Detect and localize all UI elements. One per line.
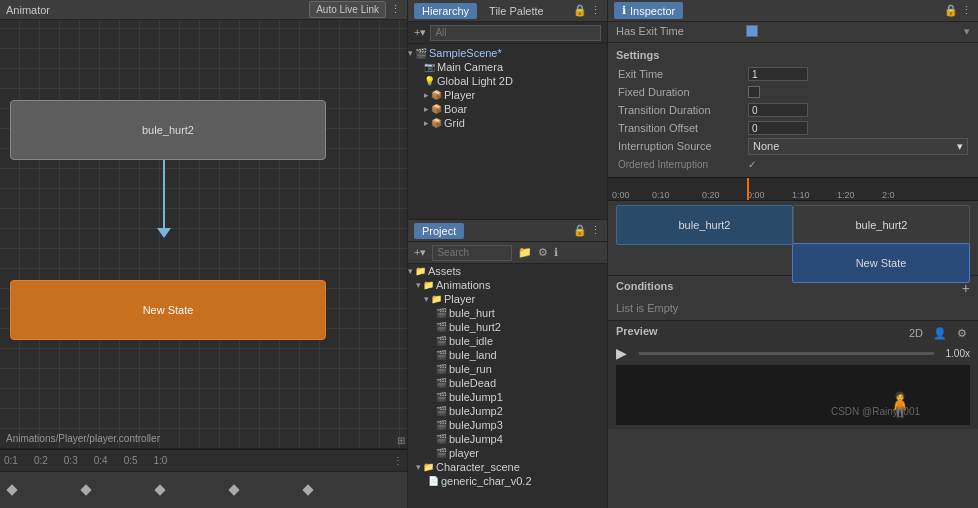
player-item[interactable]: 🎬 player (408, 446, 607, 460)
bule-land-item[interactable]: 🎬 bule_land (408, 348, 607, 362)
anim-block-bule-hurt2-right[interactable]: bule_hurt2 (793, 205, 970, 245)
preview-canvas: 🧍 CSDN @Rainy_001 (616, 365, 970, 425)
bule-jump1-label: buleJump1 (449, 391, 503, 403)
inspector-tab[interactable]: ℹ Inspector (614, 2, 683, 19)
player-folder-label: Player (444, 293, 475, 305)
animations-folder[interactable]: ▾ 📁 Animations (408, 278, 607, 292)
transition-duration-input[interactable] (748, 103, 808, 117)
assets-folder[interactable]: ▾ 📁 Assets (408, 264, 607, 278)
diamond-3[interactable] (228, 484, 239, 495)
character-scene-label: Character_scene (436, 461, 520, 473)
diamond-2[interactable] (154, 484, 165, 495)
hierarchy-main-camera[interactable]: 📷 Main Camera (408, 60, 607, 74)
character-scene-folder[interactable]: ▾ 📁 Character_scene (408, 460, 607, 474)
preview-settings-button[interactable]: ⚙ (954, 326, 970, 341)
transition-duration-label: Transition Duration (618, 104, 748, 116)
timeline-more-icon[interactable]: ⋮ (393, 455, 403, 466)
fixed-duration-checkbox[interactable] (748, 86, 760, 98)
resize-icon[interactable]: ⊞ (397, 435, 405, 446)
preview-section: Preview 2D 👤 ⚙ ▶ 1.00x 🧍 CSDN @Rainy_001 (608, 320, 978, 429)
new-state-anim-block[interactable]: New State (792, 243, 970, 283)
conditions-empty-label: List is Empty (616, 300, 970, 316)
lock-icon-i: 🔒 (944, 4, 958, 17)
scene-root-item[interactable]: ▾ 🎬 SampleScene* (408, 46, 607, 60)
diamond-1[interactable] (80, 484, 91, 495)
tick-4: 0:5 (124, 455, 138, 466)
bule-hurt-item[interactable]: 🎬 bule_hurt (408, 306, 607, 320)
play-button[interactable]: ▶ (616, 345, 627, 361)
hierarchy-boar[interactable]: ▸ 📦 Boar (408, 102, 607, 116)
hierarchy-search-input[interactable] (430, 25, 601, 41)
animator-header: Animator Auto Live Link ⋮ (0, 0, 407, 20)
hierarchy-player[interactable]: ▸ 📦 Player (408, 88, 607, 102)
state-new-state-label: New State (143, 304, 194, 316)
preview-progress-bar[interactable] (639, 352, 934, 355)
tick-020: 0:20 (702, 190, 720, 200)
project-tab[interactable]: Project (414, 223, 464, 239)
hierarchy-global-light[interactable]: 💡 Global Light 2D (408, 74, 607, 88)
hierarchy-grid[interactable]: ▸ 📦 Grid (408, 116, 607, 130)
interruption-source-label: Interruption Source (618, 140, 748, 152)
auto-live-link-button[interactable]: Auto Live Link (309, 1, 386, 18)
interruption-source-dropdown[interactable]: None ▾ (748, 138, 968, 155)
fixed-duration-label: Fixed Duration (618, 86, 748, 98)
transition-offset-label: Transition Offset (618, 122, 748, 134)
animation-blocks-row: bule_hurt2 bule_hurt2 (616, 205, 970, 241)
bule-hurt-label: bule_hurt (449, 307, 495, 319)
bule-hurt2-item[interactable]: 🎬 bule_hurt2 (408, 320, 607, 334)
inspector-panel: ℹ Inspector 🔒 ⋮ Has Exit Time ▾ Settings (608, 0, 978, 508)
has-exit-time-checkbox[interactable] (746, 25, 758, 37)
bule-idle-item[interactable]: 🎬 bule_idle (408, 334, 607, 348)
add-condition-icon[interactable]: + (962, 280, 970, 296)
preview-person-button[interactable]: 👤 (930, 326, 950, 341)
animator-asset-path: Animations/Player/player.controller (6, 433, 160, 444)
state-new-state[interactable]: New State (10, 280, 326, 340)
plus-icon-h[interactable]: +▾ (414, 26, 426, 39)
project-search-input[interactable] (432, 245, 512, 261)
anim-block-bule-hurt2-left[interactable]: bule_hurt2 (616, 205, 793, 245)
connector-line (163, 160, 165, 230)
diamond-4[interactable] (302, 484, 313, 495)
player-folder[interactable]: ▾ 📁 Player (408, 292, 607, 306)
bule-jump3-item[interactable]: 🎬 buleJump3 (408, 418, 607, 432)
diamond-0[interactable] (6, 484, 17, 495)
generic-char-item[interactable]: 📄 generic_char_v0.2 (408, 474, 607, 488)
kebab-icon[interactable]: ⋮ (390, 3, 401, 16)
settings-icon-p[interactable]: ⚙ (538, 246, 548, 259)
animator-panel: Animator Auto Live Link ⋮ bule_hurt2 New… (0, 0, 408, 508)
assets-label: Assets (428, 265, 461, 277)
info-icon-p[interactable]: ℹ (554, 246, 558, 259)
kebab-icon-p[interactable]: ⋮ (590, 224, 601, 237)
kebab-icon-h[interactable]: ⋮ (590, 4, 601, 17)
state-bule-hurt2[interactable]: bule_hurt2 (10, 100, 326, 160)
has-exit-time-row: Has Exit Time ▾ (608, 22, 978, 40)
transition-offset-input[interactable] (748, 121, 808, 135)
inspector-content: Has Exit Time ▾ Settings Exit Time Fixed… (608, 22, 978, 508)
settings-section: Settings Exit Time Fixed Duration Transi… (608, 45, 978, 177)
tile-palette-tab[interactable]: Tile Palette (481, 3, 552, 19)
bule-jump4-item[interactable]: 🎬 buleJump4 (408, 432, 607, 446)
middle-panel: Hierarchy Tile Palette 🔒 ⋮ +▾ ▾ 🎬 Sample… (408, 0, 608, 508)
bule-jump2-item[interactable]: 🎬 buleJump2 (408, 404, 607, 418)
preview-controls: ▶ 1.00x (616, 345, 970, 361)
dropdown-arrow-exit[interactable]: ▾ (964, 25, 970, 38)
preview-label: Preview (616, 325, 658, 337)
info-icon-i: ℹ (622, 4, 626, 17)
plus-icon-p[interactable]: +▾ (414, 246, 426, 259)
settings-header: Settings (616, 49, 970, 61)
tick-0: 0:1 (4, 455, 18, 466)
tick-010: 0:10 (652, 190, 670, 200)
grid-label: Grid (444, 117, 465, 129)
preview-2d-button[interactable]: 2D (906, 326, 926, 340)
folder-icon-p[interactable]: 📁 (518, 246, 532, 259)
exit-time-input[interactable] (748, 67, 808, 81)
scene-name: SampleScene* (429, 47, 502, 59)
bule-jump1-item[interactable]: 🎬 buleJump1 (408, 390, 607, 404)
hierarchy-tab[interactable]: Hierarchy (414, 3, 477, 19)
bule-run-item[interactable]: 🎬 bule_run (408, 362, 607, 376)
tick-5: 1:0 (154, 455, 168, 466)
tick-110: 1:10 (792, 190, 810, 200)
transition-duration-row: Transition Duration (616, 101, 970, 119)
kebab-icon-i[interactable]: ⋮ (961, 4, 972, 17)
bule-dead-item[interactable]: 🎬 buleDead (408, 376, 607, 390)
